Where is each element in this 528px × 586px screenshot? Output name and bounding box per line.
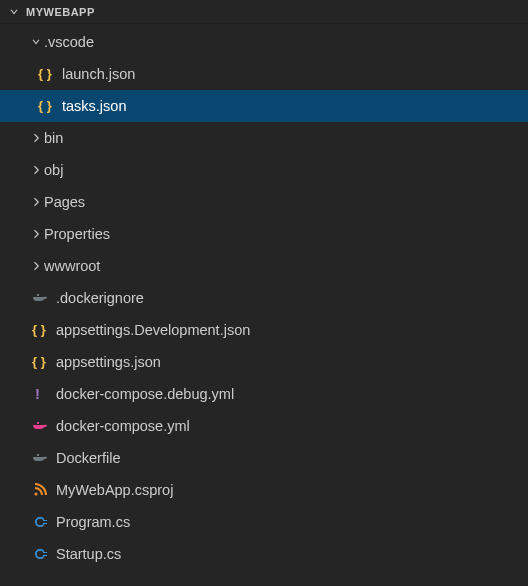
folder-label: Properties: [44, 226, 110, 242]
file-row-appdev[interactable]: { }appsettings.Development.json: [0, 314, 528, 346]
svg-rect-18: [43, 520, 47, 521]
file-row-program[interactable]: Program.cs: [0, 506, 528, 538]
file-row-appsettings[interactable]: { }appsettings.json: [0, 346, 528, 378]
yaml-icon: !: [32, 386, 48, 402]
chevron-right-icon: [28, 258, 44, 274]
svg-text:!: !: [35, 386, 40, 402]
chevron-right-icon: [28, 162, 44, 178]
docker-pink-icon: [32, 418, 48, 434]
rss-icon: [32, 482, 48, 498]
file-label: .dockerignore: [56, 290, 144, 306]
file-row-csproj[interactable]: MyWebApp.csproj: [0, 474, 528, 506]
file-row-launch-json[interactable]: { }launch.json: [0, 58, 528, 90]
folder-label: bin: [44, 130, 63, 146]
docker-gray-icon: [32, 450, 48, 466]
project-title: MYWEBAPP: [26, 6, 95, 18]
folder-row-bin[interactable]: bin: [0, 122, 528, 154]
csharp-icon: [32, 546, 48, 562]
folder-label: wwwroot: [44, 258, 100, 274]
file-row-dockerignore[interactable]: .dockerignore: [0, 282, 528, 314]
folder-label: .vscode: [44, 34, 94, 50]
folder-row-wwwroot[interactable]: wwwroot: [0, 250, 528, 282]
json-icon: { }: [32, 354, 48, 370]
file-row-startup[interactable]: Startup.cs: [0, 538, 528, 570]
chevron-down-icon: [6, 4, 22, 20]
chevron-down-icon: [28, 34, 44, 50]
explorer-panel: { "header": { "title": "MYWEBAPP" }, "tr…: [0, 0, 528, 586]
json-icon: { }: [32, 322, 48, 338]
file-row-dcdebug[interactable]: !docker-compose.debug.yml: [0, 378, 528, 410]
svg-point-17: [34, 492, 37, 495]
file-label: Program.cs: [56, 514, 130, 530]
chevron-right-icon: [28, 226, 44, 242]
svg-rect-16: [37, 454, 39, 456]
docker-gray-icon: [32, 290, 48, 306]
json-icon: { }: [38, 66, 54, 82]
folder-row-obj[interactable]: obj: [0, 154, 528, 186]
chevron-right-icon: [28, 194, 44, 210]
folder-label: Pages: [44, 194, 85, 210]
file-row-tasks-json[interactable]: { }tasks.json: [0, 90, 528, 122]
file-label: tasks.json: [62, 98, 126, 114]
svg-rect-12: [37, 422, 39, 424]
file-row-dockerfile[interactable]: Dockerfile: [0, 442, 528, 474]
svg-rect-19: [43, 523, 47, 524]
file-label: docker-compose.debug.yml: [56, 386, 234, 402]
csharp-icon: [32, 514, 48, 530]
file-tree: .vscode{ }launch.json{ }tasks.jsonbinobj…: [0, 24, 528, 570]
svg-text:{ }: { }: [38, 98, 52, 113]
file-label: appsettings.Development.json: [56, 322, 250, 338]
json-icon: { }: [38, 98, 54, 114]
file-row-dcyml[interactable]: docker-compose.yml: [0, 410, 528, 442]
explorer-header[interactable]: MYWEBAPP: [0, 0, 528, 24]
file-label: Startup.cs: [56, 546, 121, 562]
file-label: Dockerfile: [56, 450, 120, 466]
file-label: docker-compose.yml: [56, 418, 190, 434]
folder-row-vscode[interactable]: .vscode: [0, 26, 528, 58]
file-label: MyWebApp.csproj: [56, 482, 173, 498]
file-label: appsettings.json: [56, 354, 161, 370]
svg-text:{ }: { }: [32, 322, 46, 337]
folder-label: obj: [44, 162, 63, 178]
folder-row-pages[interactable]: Pages: [0, 186, 528, 218]
svg-rect-21: [43, 555, 47, 556]
svg-text:{ }: { }: [38, 66, 52, 81]
chevron-right-icon: [28, 130, 44, 146]
folder-row-properties[interactable]: Properties: [0, 218, 528, 250]
svg-text:{ }: { }: [32, 354, 46, 369]
svg-rect-5: [37, 294, 39, 296]
file-label: launch.json: [62, 66, 135, 82]
svg-rect-20: [43, 552, 47, 553]
